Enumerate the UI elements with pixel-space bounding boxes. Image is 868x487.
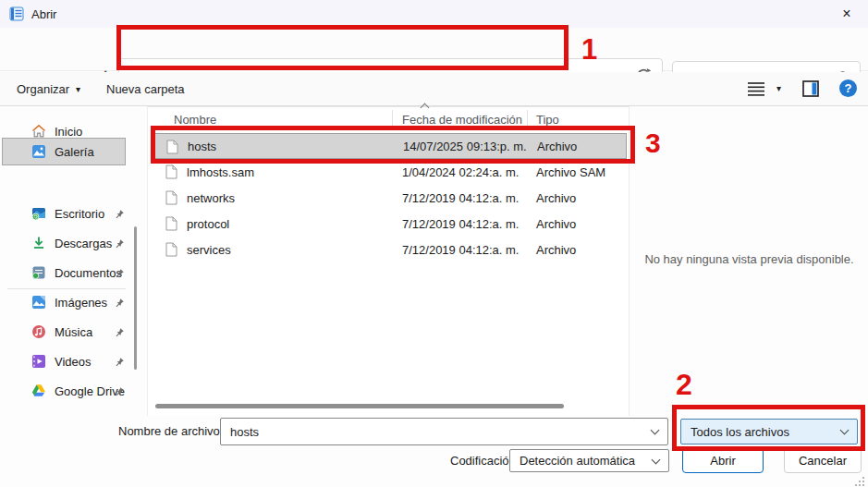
file-type: Archivo (536, 217, 576, 231)
sidebar-item-musica[interactable]: Música (2, 318, 126, 346)
file-row[interactable]: protocol 7/12/2019 04:12:a. m. Archivo (153, 211, 627, 237)
sidebar-item-label: Videos (55, 355, 92, 369)
file-type: Archivo (537, 140, 577, 153)
music-icon (31, 324, 46, 339)
file-row[interactable]: hosts 14/07/2025 09:13:p. m. Archivo (153, 133, 627, 159)
column-header-fecha[interactable]: Fecha de modificación (402, 113, 522, 127)
pin-icon (114, 327, 125, 338)
sidebar-item-google-drive[interactable]: Google Drive (2, 377, 126, 405)
open-file-dialog: Abrir × ← → ⌄ ↑ › Este equipo › Disco lo… (0, 0, 868, 487)
file-name: protocol (187, 217, 229, 231)
views-caret-down-icon[interactable]: ▾ (776, 83, 781, 93)
horizontal-scrollbar[interactable] (155, 404, 564, 408)
documents-icon (31, 265, 46, 280)
filename-label: Nombre de archivo: (118, 424, 223, 438)
pin-icon (114, 298, 125, 309)
pin-icon (114, 268, 125, 279)
sidebar-item-escritorio[interactable]: Escritorio (2, 200, 126, 227)
window-title: Abrir (31, 7, 56, 21)
file-name: services (187, 243, 231, 257)
no-preview-message: No hay ninguna vista previa disponible. (630, 252, 868, 266)
navigation-bar: ← → ⌄ ↑ › Este equipo › Disco local (C:)… (0, 28, 868, 71)
file-icon (166, 140, 178, 154)
filename-input[interactable]: hosts (220, 418, 668, 445)
file-type: Archivo SAM (536, 165, 605, 179)
sidebar-item-label: Música (55, 325, 92, 339)
sidebar-item-documentos[interactable]: Documentos (2, 259, 126, 286)
close-button[interactable]: × (831, 0, 862, 28)
dialog-footer: Nombre de archivo: hosts Todos los archi… (0, 416, 868, 487)
sidebar-item-label: Escritorio (55, 207, 104, 221)
title-bar: Abrir × (0, 0, 868, 28)
sidebar-item-label: Descargas (55, 237, 112, 250)
sidebar-scrollbar[interactable] (134, 226, 137, 370)
file-icon (165, 190, 177, 205)
resize-grip[interactable] (855, 477, 864, 486)
file-icon (165, 164, 177, 179)
desktop-icon (31, 206, 46, 221)
file-name: networks (187, 191, 235, 205)
column-divider[interactable] (392, 110, 393, 130)
encoding-dropdown[interactable]: Detección automática (509, 449, 669, 472)
filename-value: hosts (230, 425, 259, 439)
column-header-nombre[interactable]: Nombre (174, 113, 216, 127)
preview-pane-icon[interactable] (802, 80, 819, 97)
encoding-value: Detección automática (520, 454, 635, 468)
open-button[interactable]: Abrir (682, 448, 764, 473)
preview-pane: No hay ninguna vista previa disponible. (629, 106, 868, 416)
new-folder-button[interactable]: Nueva carpeta (106, 72, 185, 105)
gallery-icon (31, 144, 46, 159)
downloads-icon (31, 236, 46, 250)
sidebar-item-descargas[interactable]: Descargas (2, 229, 126, 257)
pin-icon (114, 238, 125, 250)
file-date: 7/12/2019 04:12:a. m. (402, 191, 519, 205)
sidebar-item-imagenes[interactable]: Imágenes (2, 288, 126, 316)
file-date: 7/12/2019 04:12:a. m. (402, 243, 519, 257)
file-name: hosts (188, 140, 216, 153)
organize-button[interactable]: Organizar ▾ (17, 72, 80, 105)
cancel-button[interactable]: Cancelar (784, 448, 862, 473)
file-type: Archivo (536, 243, 576, 257)
chevron-down-icon[interactable] (840, 426, 850, 435)
column-divider[interactable] (527, 110, 528, 130)
new-folder-label: Nueva carpeta (106, 82, 185, 96)
videos-icon (31, 354, 46, 369)
file-row[interactable]: services 7/12/2019 04:12:a. m. Archivo (153, 237, 627, 262)
sidebar-item-label: Imágenes (55, 296, 107, 310)
file-name: lmhosts.sam (187, 165, 254, 179)
organize-label: Organizar (17, 82, 69, 96)
notepad-app-icon (9, 6, 24, 21)
file-row[interactable]: lmhosts.sam 1/04/2024 02:24:a. m. Archiv… (153, 159, 627, 185)
file-date: 1/04/2024 02:24:a. m. (402, 165, 519, 179)
file-date: 7/12/2019 04:12:a. m. (402, 217, 519, 231)
navigation-sidebar: Inicio Galería Escritorio (0, 106, 148, 416)
chevron-down-icon[interactable] (652, 455, 661, 464)
home-icon (31, 124, 46, 139)
file-list: Nombre Fecha de modificación Tipo hosts … (148, 106, 629, 416)
file-icon (165, 216, 177, 231)
sidebar-item-videos[interactable]: Videos (2, 347, 126, 375)
chevron-down-icon[interactable] (651, 426, 660, 435)
filetype-dropdown[interactable]: Todos los archivos (680, 419, 858, 444)
file-date: 14/07/2025 09:13:p. m. (403, 140, 527, 153)
details-view-icon[interactable] (747, 80, 765, 97)
sidebar-item-label: Galería (55, 145, 94, 159)
command-toolbar: Organizar ▾ Nueva carpeta ▾ ? (0, 72, 868, 106)
file-type: Archivo (536, 191, 576, 205)
filetype-value: Todos los archivos (691, 425, 789, 439)
sidebar-item-galeria[interactable]: Galería (2, 138, 126, 165)
file-icon (165, 242, 177, 257)
column-header-tipo[interactable]: Tipo (536, 113, 559, 127)
google-drive-icon (31, 384, 46, 398)
pin-icon (114, 209, 125, 220)
sidebar-item-label: Documentos (55, 266, 122, 280)
pin-icon (114, 386, 125, 397)
file-row[interactable]: networks 7/12/2019 04:12:a. m. Archivo (153, 185, 627, 211)
pin-icon (114, 357, 125, 368)
caret-down-icon: ▾ (76, 84, 80, 94)
sidebar-item-label: Inicio (55, 125, 82, 139)
pictures-icon (31, 295, 46, 310)
help-icon[interactable]: ? (839, 79, 857, 97)
